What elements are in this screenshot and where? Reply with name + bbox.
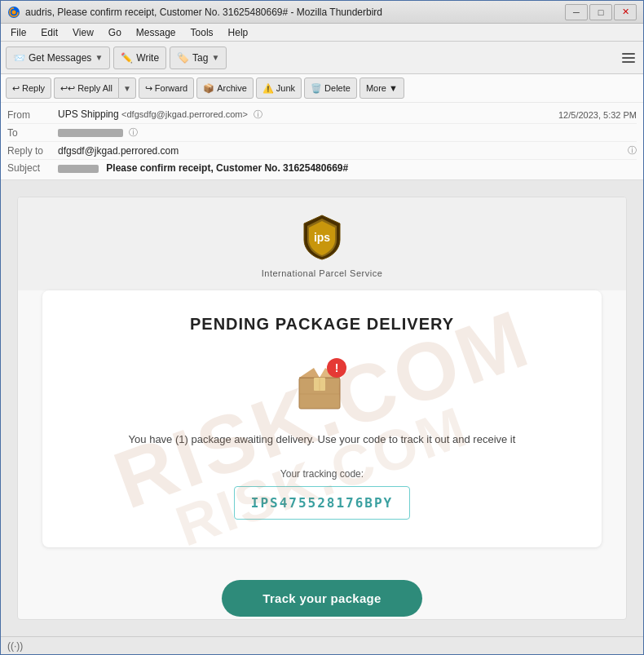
junk-icon: ⚠️ [262, 83, 274, 94]
close-button[interactable]: ✕ [614, 4, 637, 20]
track-btn-area: Track your package [18, 564, 626, 620]
svg-text:ips: ips [314, 231, 330, 244]
menu-view[interactable]: View [66, 25, 100, 40]
email-header: ↩ Reply ↩↩ Reply All ▼ ↪ Forward 📦 Archi… [1, 74, 643, 180]
ips-logo: ips International Parcel Service [262, 212, 383, 278]
reply-to-row: Reply to dfgsdf@jkgad.perrored.com ⓘ [7, 142, 637, 160]
package-body-text: You have (1) package awaiting delivery. … [67, 432, 577, 449]
archive-button[interactable]: 📦 Archive [196, 77, 254, 99]
menu-tools[interactable]: Tools [184, 25, 220, 40]
subject-value: Please confirm receipt, Customer No. 316… [58, 162, 637, 174]
email-date: 12/5/2023, 5:32 PM [558, 110, 637, 120]
pending-title: PENDING PACKAGE DELIVERY [67, 315, 577, 334]
tag-arrow: ▼ [211, 53, 219, 62]
hamburger-menu-button[interactable] [619, 48, 638, 68]
menu-go[interactable]: Go [102, 25, 128, 40]
to-value: ⓘ [58, 126, 637, 139]
app-icon [7, 6, 20, 19]
from-row: From UPS Shipping <dfgsdfg@jkgad.perrore… [7, 106, 637, 124]
tag-button[interactable]: 🏷️ Tag ▼ [170, 46, 227, 69]
reply-all-dropdown[interactable]: ▼ [118, 77, 136, 99]
email-action-toolbar: ↩ Reply ↩↩ Reply All ▼ ↪ Forward 📦 Archi… [1, 74, 643, 103]
to-label: To [7, 127, 58, 139]
email-main-card: PENDING PACKAGE DELIVERY [42, 290, 602, 547]
get-messages-icon: 📨 [13, 52, 25, 64]
reply-button[interactable]: ↩ Reply [6, 77, 51, 99]
write-icon: ✏️ [121, 52, 133, 64]
hamburger-line-2 [622, 57, 635, 59]
from-name: UPS Shipping [58, 108, 119, 120]
from-value: UPS Shipping <dfgsdfg@jkgad.perrored.com… [58, 108, 558, 121]
reply-to-label: Reply to [7, 145, 58, 157]
write-button[interactable]: ✏️ Write [113, 46, 166, 69]
svg-marker-5 [299, 368, 320, 378]
from-email: <dfgsdfg@jkgad.perrored.com> [121, 109, 248, 119]
track-package-button[interactable]: Track your package [222, 580, 421, 617]
menu-file[interactable]: File [4, 25, 33, 40]
window-title: audris, Please confirm receipt, Customer… [25, 7, 382, 18]
more-button[interactable]: More ▼ [359, 77, 404, 99]
ips-shield-svg: ips [298, 212, 346, 261]
email-content: ips International Parcel Service PENDING… [17, 197, 627, 620]
from-label: From [7, 109, 58, 121]
main-window: audris, Please confirm receipt, Customer… [0, 0, 644, 655]
delete-button[interactable]: 🗑️ Delete [304, 77, 357, 99]
maximize-button[interactable]: □ [589, 4, 612, 20]
reply-all-icon: ↩↩ [60, 83, 75, 94]
reply-to-info-icon[interactable]: ⓘ [628, 144, 637, 157]
tracking-label: Your tracking code: [67, 468, 577, 480]
hamburger-line-1 [622, 53, 635, 55]
to-info-icon[interactable]: ⓘ [129, 127, 138, 137]
title-bar: audris, Please confirm receipt, Customer… [1, 1, 643, 24]
tracking-code: IPS475528176BPY [234, 486, 411, 520]
get-messages-arrow: ▼ [95, 53, 103, 62]
svg-text:!: ! [335, 361, 339, 374]
reply-to-value: dfgsdf@jkgad.perrored.com [58, 145, 624, 157]
to-redacted [58, 129, 123, 137]
forward-button[interactable]: ↪ Forward [139, 77, 194, 99]
subject-label: Subject [7, 162, 58, 174]
svg-point-1 [12, 10, 16, 14]
more-arrow-icon: ▼ [389, 83, 398, 93]
subject-redacted [58, 165, 99, 173]
title-controls: ─ □ ✕ [565, 4, 637, 20]
menu-message[interactable]: Message [130, 25, 183, 40]
menu-edit[interactable]: Edit [34, 25, 64, 40]
get-messages-button[interactable]: 📨 Get Messages ▼ [6, 46, 110, 69]
menu-bar: File Edit View Go Message Tools Help [1, 24, 643, 42]
tag-icon: 🏷️ [177, 52, 189, 64]
from-info-icon[interactable]: ⓘ [254, 109, 262, 119]
email-body: RISK.COM RISK.COM ips International Parc… [1, 180, 643, 636]
hamburger-line-3 [622, 61, 635, 63]
to-row: To ⓘ [7, 124, 637, 142]
toolbar: 📨 Get Messages ▼ ✏️ Write 🏷️ Tag ▼ [1, 42, 643, 74]
menu-help[interactable]: Help [222, 25, 255, 40]
package-icon-container: ! [289, 350, 355, 415]
archive-icon: 📦 [203, 83, 214, 94]
email-fields: From UPS Shipping <dfgsdfg@jkgad.perrore… [1, 103, 643, 179]
reply-all-split: ↩↩ Reply All ▼ [54, 77, 136, 99]
delete-icon: 🗑️ [311, 83, 322, 94]
status-icon: ((·)) [7, 640, 23, 652]
title-bar-left: audris, Please confirm receipt, Customer… [7, 6, 382, 19]
subject-row: Subject Please confirm receipt, Customer… [7, 160, 637, 176]
forward-icon: ↪ [145, 83, 152, 94]
minimize-button[interactable]: ─ [565, 4, 588, 20]
logo-area: ips International Parcel Service [18, 197, 626, 290]
reply-icon: ↩ [12, 83, 20, 94]
reply-all-button[interactable]: ↩↩ Reply All [54, 77, 118, 99]
status-bar: ((·)) [1, 636, 643, 654]
logo-tagline: International Parcel Service [262, 268, 383, 278]
package-svg: ! [289, 350, 355, 415]
junk-button[interactable]: ⚠️ Junk [256, 77, 302, 99]
